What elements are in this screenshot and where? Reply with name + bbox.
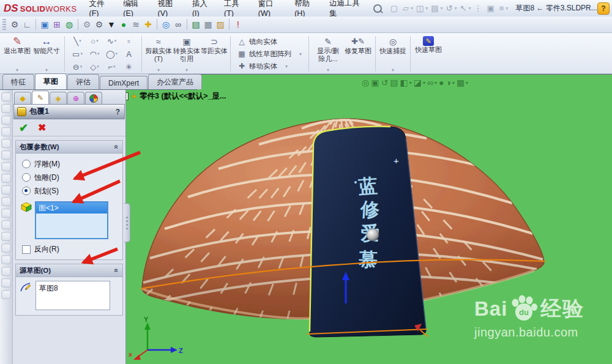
arc-button[interactable]: ◠▾ xyxy=(86,48,103,60)
corner-bracket-icon[interactable]: ∟ xyxy=(21,18,33,31)
slot-button[interactable]: ⊖▾ xyxy=(69,61,86,73)
chevron-down-icon[interactable]: ▾ xyxy=(97,51,100,56)
search-icon[interactable] xyxy=(371,2,384,15)
chevron-down-icon[interactable]: ▾ xyxy=(468,6,471,11)
options-icon[interactable]: ≡ xyxy=(498,4,506,13)
chevron-down-icon[interactable]: ▾ xyxy=(506,6,508,11)
side-tool-icon[interactable] xyxy=(1,174,11,183)
tab-dimxpert-manager[interactable]: ⊕ xyxy=(67,92,84,104)
linear-pattern-button[interactable]: ▦ 线性草图阵列 ▾ xyxy=(236,49,304,59)
rebuild-icon[interactable]: ⋮ xyxy=(472,4,483,13)
convert-entities-button[interactable]: ▣ 转换实体引用 ▾ xyxy=(172,34,201,73)
exit-sketch-button[interactable]: ✎ 退出草图 ▾ xyxy=(2,34,32,73)
selected-face-item[interactable]: 面<1> xyxy=(36,202,107,214)
side-tool-icon[interactable] xyxy=(1,150,11,160)
view-orientation-icon[interactable]: ◧ xyxy=(400,78,408,87)
undo-icon[interactable]: ↺ xyxy=(444,4,455,13)
menu-help[interactable]: 帮助(H) xyxy=(288,0,323,17)
chevron-down-icon[interactable]: ▾ xyxy=(96,39,99,43)
toolbar-grip[interactable] xyxy=(2,19,6,30)
chevron-down-icon[interactable]: ▾ xyxy=(114,39,117,43)
tree-root-node[interactable]: 零件3 (默认<<默认>_显... xyxy=(140,91,226,102)
previous-view-icon[interactable]: ↺ xyxy=(381,78,388,87)
trim-entities-button[interactable]: ≈ 剪裁实体(T) ▾ xyxy=(145,34,172,73)
scene-icon[interactable]: ▦ xyxy=(457,78,465,87)
chevron-down-icon[interactable]: ▾ xyxy=(80,51,83,56)
menu-file[interactable]: 文件(F) xyxy=(83,0,117,17)
chevron-down-icon[interactable]: ▾ xyxy=(441,6,443,11)
chevron-down-icon[interactable]: ▾ xyxy=(466,80,468,86)
side-tool-icon[interactable] xyxy=(1,267,11,276)
search-part-icon[interactable]: ◎ xyxy=(160,18,172,31)
monitor-icon[interactable]: ▣ xyxy=(39,18,51,31)
source-sketch-item[interactable]: 草图8 xyxy=(36,281,110,295)
chevron-down-icon[interactable]: ▾ xyxy=(80,64,83,69)
wrap-parameters-header[interactable]: 包覆参数(W) « xyxy=(16,141,122,154)
source-sketch-box[interactable]: 草图8 xyxy=(35,281,110,310)
menu-edit[interactable]: 编辑(E) xyxy=(117,0,151,17)
rapid-sketch-button[interactable]: ✎ 快速草图 xyxy=(414,34,443,73)
repair-sketch-button[interactable]: ✚✎ 修复草图 xyxy=(344,34,372,73)
chevron-down-icon[interactable]: ▾ xyxy=(425,6,428,11)
side-tool-icon[interactable] xyxy=(1,243,11,253)
chevron-down-icon[interactable]: ▾ xyxy=(97,64,99,69)
chevron-down-icon[interactable]: ▾ xyxy=(455,6,457,11)
flyout-feature-tree[interactable]: + ✦ 零件3 (默认<<默认>_显... xyxy=(121,91,226,102)
line-button[interactable]: ╲▾ xyxy=(69,35,86,47)
offset-entities-button[interactable]: ⊃ 等距实体 xyxy=(201,34,227,73)
shadow-icon[interactable]: ● xyxy=(439,78,444,87)
side-tool-icon[interactable] xyxy=(1,139,11,148)
gear-wheel-icon[interactable]: ⚙ xyxy=(93,18,105,31)
menu-insert[interactable]: 插入(I) xyxy=(186,0,218,17)
side-tool-icon[interactable] xyxy=(1,255,11,264)
chevron-down-icon[interactable]: ▾ xyxy=(113,64,116,69)
side-tool-icon[interactable] xyxy=(1,185,11,195)
checkbox-icon[interactable] xyxy=(22,245,31,254)
gear-icon[interactable]: ⚙ xyxy=(81,18,93,31)
spline-button[interactable]: ∿▾ xyxy=(103,35,120,47)
tab-property-manager[interactable]: ✎ xyxy=(32,91,49,104)
source-sketch-header[interactable]: 源草图(O) « xyxy=(16,264,122,277)
sketch-text-button[interactable]: A xyxy=(121,48,137,60)
image-export-icon[interactable]: ▨ xyxy=(214,18,226,31)
help-info-icon[interactable]: ! xyxy=(232,18,244,31)
side-tool-icon[interactable] xyxy=(1,232,11,241)
v-belt-icon[interactable]: ▼ xyxy=(105,18,118,31)
side-tool-icon[interactable] xyxy=(1,92,11,102)
ellipse-button[interactable]: ◯▾ xyxy=(103,48,120,60)
polygon-button[interactable]: ◇▾ xyxy=(86,61,103,73)
menu-maidi-tools[interactable]: 迈迪工具集 xyxy=(323,0,369,17)
circle-button[interactable]: ○▾ xyxy=(86,35,103,47)
fastener-icon[interactable]: ⚙ xyxy=(9,18,21,31)
menu-window[interactable]: 窗口(W) xyxy=(252,0,288,17)
tab-dimxpert[interactable]: DimXpert xyxy=(100,76,147,89)
face-selection-box[interactable]: 面<1> xyxy=(35,201,108,239)
ok-button[interactable]: ✔ xyxy=(19,121,28,135)
select-box-button[interactable]: ▫ xyxy=(121,35,137,47)
globe-icon[interactable]: ◍ xyxy=(63,18,75,31)
appearance-icon[interactable]: ◑ xyxy=(446,78,450,87)
open-icon[interactable]: ▱ xyxy=(401,4,411,13)
menu-tools[interactable]: 工具(T) xyxy=(218,0,252,17)
section-view-icon[interactable]: ▤ xyxy=(390,78,398,87)
tab-sketch[interactable]: 草图 xyxy=(35,73,67,89)
rectangle-button[interactable]: ▭▾ xyxy=(69,48,86,60)
graphics-area[interactable]: 蓝 修 爱 慕 + xyxy=(125,74,612,364)
help-button[interactable]: ? xyxy=(597,2,610,15)
binoculars-icon[interactable]: ∞ xyxy=(172,18,184,31)
side-tool-icon[interactable] xyxy=(1,127,11,136)
zoom-area-icon[interactable]: ▣ xyxy=(371,78,379,87)
display-style-icon[interactable]: ◪ xyxy=(414,78,422,87)
quick-snaps-button[interactable]: ◎ 快速捕捉 ▾ xyxy=(379,34,407,73)
panel-help-icon[interactable]: ? xyxy=(116,108,121,116)
side-tool-icon[interactable] xyxy=(1,290,11,299)
smart-dimension-button[interactable]: ↔ 智能尺寸 ▾ xyxy=(32,34,61,73)
side-tool-icon[interactable] xyxy=(1,197,11,206)
panel-splitter-handle[interactable] xyxy=(124,203,130,242)
chevron-down-icon[interactable]: ▾ xyxy=(452,80,455,86)
chevron-down-icon[interactable]: ▾ xyxy=(411,6,413,11)
cancel-button[interactable]: ✖ xyxy=(38,122,46,133)
chevron-down-icon[interactable]: ▾ xyxy=(435,80,437,86)
mirror-entities-button[interactable]: △ 镜向实体 xyxy=(236,37,304,47)
side-tool-icon[interactable] xyxy=(1,220,11,229)
